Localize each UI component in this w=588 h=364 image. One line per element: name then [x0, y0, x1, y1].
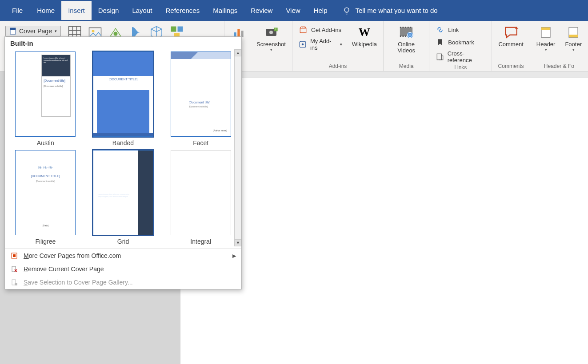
wikipedia-icon: W	[356, 24, 372, 40]
my-addins-label: My Add-ins	[310, 38, 334, 51]
tab-help[interactable]: Help	[307, 1, 334, 20]
get-addins-button[interactable]: Get Add-ins	[297, 24, 344, 35]
wikipedia-label: Wikipedia	[352, 41, 377, 47]
header-button[interactable]: Header ▾	[533, 23, 559, 52]
lightbulb-icon	[342, 6, 351, 15]
header-label: Header	[536, 41, 556, 47]
svg-rect-5	[171, 27, 176, 32]
gallery-item-label: Austin	[37, 139, 54, 146]
svg-point-17	[302, 44, 304, 46]
tab-file[interactable]: File	[4, 1, 30, 20]
svg-rect-6	[178, 27, 183, 32]
svg-point-12	[269, 31, 273, 34]
links-group-label: Links	[432, 64, 489, 71]
gallery-item-integral[interactable]: Integral	[167, 150, 234, 245]
screenshot-label: Screenshot	[256, 41, 286, 47]
remove-icon	[10, 265, 18, 273]
gallery-item-label: Grid	[117, 238, 129, 245]
tab-insert[interactable]: Insert	[61, 1, 92, 20]
online-videos-button[interactable]: Online Videos	[386, 23, 426, 54]
scroll-up-icon[interactable]: ▲	[235, 49, 241, 56]
gallery-item-austin[interactable]: Lorem ipsum dolor sit amet consectetur a…	[12, 51, 79, 146]
bookmark-button[interactable]: Bookmark	[434, 37, 487, 47]
chevron-down-icon: ▾	[572, 47, 575, 52]
tab-references[interactable]: References	[159, 1, 206, 20]
gallery-item-label: Banded	[112, 139, 134, 146]
svg-point-3	[92, 30, 95, 32]
crossref-label: Cross-reference	[448, 50, 486, 63]
tab-mailings[interactable]: Mailings	[206, 1, 244, 20]
scroll-down-icon[interactable]: ▼	[235, 239, 241, 246]
svg-rect-23	[541, 28, 550, 30]
tab-review[interactable]: Review	[244, 1, 279, 20]
tell-me-search[interactable]: Tell me what you want to do	[342, 6, 438, 15]
chevron-down-icon: ▾	[340, 42, 342, 47]
svg-rect-20	[437, 54, 441, 60]
footer-icon	[565, 24, 581, 40]
svg-text:+: +	[275, 27, 277, 32]
footer-button[interactable]: Footer ▾	[561, 23, 585, 52]
chevron-down-icon: ▾	[270, 47, 272, 52]
my-addins-button[interactable]: My Add-ins ▾	[297, 37, 344, 52]
cover-page-icon	[9, 28, 16, 35]
cross-reference-button[interactable]: Cross-reference	[434, 49, 487, 64]
cover-page-button[interactable]: Cover Page ▾	[5, 26, 61, 36]
tell-me-label: Tell me what you want to do	[356, 7, 438, 14]
remove-cover-page-label: Remove Current Cover Page	[24, 265, 104, 273]
comment-label: Comment	[498, 41, 523, 47]
svg-rect-15	[300, 28, 306, 33]
gallery-item-label: Filigree	[35, 238, 56, 245]
crossref-icon	[436, 52, 444, 61]
scroll-track[interactable]	[235, 56, 241, 239]
wikipedia-button[interactable]: W Wikipedia	[348, 23, 380, 47]
comment-button[interactable]: + Comment	[495, 23, 527, 47]
tab-home[interactable]: Home	[30, 1, 61, 20]
ribbon-tabs: File Home Insert Design Layout Reference…	[0, 0, 588, 21]
gallery-item-banded[interactable]: [DOCUMENT TITLE] Banded	[90, 51, 157, 146]
cover-page-label: Cover Page	[19, 28, 52, 35]
svg-point-0	[344, 8, 349, 12]
header-icon	[538, 24, 554, 40]
addins-icon	[299, 40, 307, 49]
svg-rect-27	[10, 28, 16, 30]
gallery-item-facet[interactable]: [Document title][Document subtitle][Auth…	[167, 51, 234, 146]
gallery-item-label: Facet	[193, 139, 208, 146]
gallery-item-filigree[interactable]: ❧❧❧[DOCUMENT TITLE][Document subtitle][D…	[12, 150, 79, 245]
chevron-down-icon: ▾	[545, 47, 547, 52]
svg-text:+: +	[515, 25, 518, 32]
online-videos-label: Online Videos	[390, 41, 423, 54]
media-group-label: Media	[386, 63, 426, 70]
svg-rect-9	[238, 29, 240, 37]
tab-design[interactable]: Design	[92, 1, 126, 20]
svg-rect-25	[569, 35, 578, 37]
tab-layout[interactable]: Layout	[125, 1, 159, 20]
link-label: Link	[448, 27, 459, 33]
svg-rect-29	[13, 254, 16, 257]
screenshot-icon: +	[263, 24, 279, 40]
footer-label: Footer	[565, 41, 582, 47]
store-icon	[299, 25, 308, 34]
bookmark-icon	[436, 38, 444, 47]
gallery-item-label: Integral	[190, 238, 211, 245]
svg-point-4	[114, 32, 118, 36]
save-selection-label: Save Selection to Cover Page Gallery...	[24, 279, 133, 286]
gallery-section-header: Built-in	[5, 37, 241, 50]
office-icon	[10, 252, 18, 260]
more-cover-pages-label: More Cover Pages from Office.com	[24, 252, 121, 259]
cover-page-gallery: Built-in Lorem ipsum dolor sit amet cons…	[4, 36, 242, 289]
gallery-item-grid[interactable]: [DOCUMENT TITLE]Lorem ipsum dolor sit am…	[90, 150, 157, 245]
link-button[interactable]: Link	[434, 24, 487, 35]
submenu-arrow-icon: ▶	[232, 253, 236, 259]
chevron-down-icon: ▾	[55, 29, 57, 33]
tab-view[interactable]: View	[279, 1, 307, 20]
more-cover-pages-menuitem[interactable]: More Cover Pages from Office.com ▶	[5, 249, 241, 262]
svg-rect-32	[15, 283, 17, 285]
get-addins-label: Get Add-ins	[311, 27, 341, 33]
video-icon	[398, 24, 414, 40]
comment-icon: +	[503, 24, 519, 40]
gallery-scrollbar[interactable]: ▲ ▼	[234, 49, 241, 246]
remove-cover-page-menuitem[interactable]: Remove Current Cover Page	[5, 262, 241, 276]
link-icon	[436, 25, 444, 34]
screenshot-button[interactable]: + Screenshot ▾	[253, 23, 289, 52]
comments-group-label: Comments	[495, 63, 527, 70]
